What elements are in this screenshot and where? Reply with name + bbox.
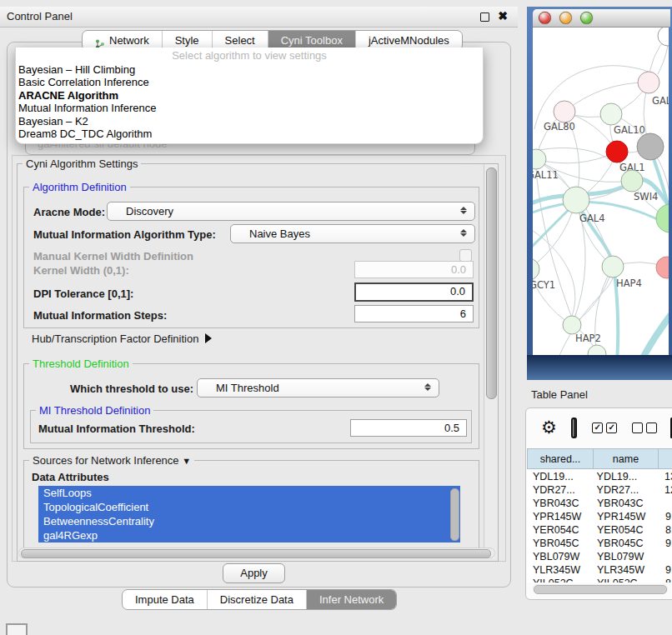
algorithm-popup-list: Bayesian – Hill ClimbingBasic Correlatio… bbox=[16, 63, 483, 140]
minimize-window-icon[interactable] bbox=[559, 12, 572, 24]
column-header-name[interactable]: name bbox=[594, 448, 659, 469]
node-label: GCY1 bbox=[533, 279, 555, 291]
table-horizontal-scrollbar[interactable] bbox=[533, 584, 668, 593]
hub-definition-toggle[interactable]: Hub/Transcription Factor Definition bbox=[32, 332, 212, 345]
network-node-gal80[interactable] bbox=[554, 101, 575, 122]
algorithm-option[interactable]: Bayesian – K2 bbox=[16, 115, 483, 128]
network-window-bottom-frame bbox=[527, 355, 672, 380]
table-cell: YLR345W bbox=[527, 563, 594, 577]
aracne-mode-value: Discovery bbox=[126, 205, 173, 218]
network-edge bbox=[536, 152, 617, 163]
network-node[interactable] bbox=[588, 345, 606, 355]
table-cell: YBR045C bbox=[527, 537, 594, 550]
network-node-swi4[interactable] bbox=[621, 170, 643, 192]
network-node-hap4[interactable] bbox=[602, 256, 624, 278]
cyni-settings-title: Cyni Algorithm Settings bbox=[23, 158, 141, 170]
split-columns-icon[interactable] bbox=[571, 418, 577, 438]
network-node[interactable] bbox=[637, 133, 664, 160]
attribute-list-item[interactable]: SelfLoops bbox=[38, 486, 460, 500]
select-all-columns-icon[interactable]: ✓ ✓ bbox=[592, 422, 617, 433]
settings-vertical-scrollbar[interactable] bbox=[484, 164, 498, 558]
attribute-list-item[interactable]: TopologicalCoefficient bbox=[38, 500, 460, 514]
table-row[interactable]: YDR27...YDR27...12 bbox=[527, 483, 672, 497]
algorithm-option[interactable]: ARACNE Algorithm bbox=[16, 89, 483, 102]
deselect-all-columns-icon[interactable] bbox=[632, 422, 657, 433]
manual-kernel-checkbox[interactable] bbox=[459, 249, 472, 262]
network-node[interactable] bbox=[656, 204, 669, 232]
table-cell bbox=[660, 550, 665, 563]
network-node-y[interactable] bbox=[656, 257, 669, 278]
network-node[interactable] bbox=[658, 28, 669, 46]
table-cell: YBR045C bbox=[594, 537, 660, 550]
stepper-icon bbox=[460, 228, 467, 238]
table-toolbar: ⚙ ✓ ✓ bbox=[526, 408, 672, 447]
algorithm-option[interactable]: Basic Correlation Inference bbox=[16, 76, 483, 88]
table-row[interactable]: YBR045CYBR045C9. bbox=[527, 537, 672, 550]
table-row[interactable]: YBL079WYBL079W bbox=[527, 550, 672, 563]
float-panel-icon[interactable] bbox=[480, 12, 489, 22]
dpi-tolerance-label: DPI Tolerance [0,1]: bbox=[33, 288, 133, 300]
attributes-scrollbar[interactable] bbox=[450, 488, 459, 541]
unchecked-checkbox-icon bbox=[632, 422, 643, 433]
hub-definition-label: Hub/Transcription Factor Definition bbox=[32, 332, 198, 345]
network-node-hap2[interactable] bbox=[563, 316, 581, 334]
node-label: GAL80 bbox=[544, 121, 575, 132]
table-row[interactable]: YBR043CYBR043C bbox=[527, 497, 672, 510]
scrollbar-thumb[interactable] bbox=[21, 549, 491, 558]
table-panel-title: Table Panel bbox=[531, 388, 588, 401]
network-canvas[interactable]: GALGAL80GAL10GAL1GAL11SWI4GAL4GCY1HAP4YH… bbox=[533, 28, 669, 355]
aracne-mode-combo[interactable]: Discovery bbox=[107, 202, 475, 221]
apply-button[interactable]: Apply bbox=[223, 563, 285, 583]
tab-infer-network[interactable]: Infer Network bbox=[306, 590, 396, 609]
table-row[interactable]: YIL052CYIL052C8 bbox=[527, 577, 672, 582]
table-row[interactable]: YLR345WYLR345W9. bbox=[527, 563, 672, 577]
threshold-group-title: Threshold Definition bbox=[29, 358, 133, 370]
scrollbar-thumb[interactable] bbox=[534, 585, 667, 594]
algorithm-option[interactable]: Dream8 DC_TDC Algorithm bbox=[16, 128, 483, 140]
mi-steps-field[interactable]: 6 bbox=[354, 305, 474, 322]
network-view-window: GALGAL80GAL10GAL1GAL11SWI4GAL4GCY1HAP4YH… bbox=[527, 7, 672, 380]
table-cell: YBL079W bbox=[527, 550, 594, 563]
table-row[interactable]: YDL19...YDL19...13 bbox=[527, 470, 672, 483]
network-node-gal10[interactable] bbox=[600, 103, 622, 125]
dpi-tolerance-field[interactable]: 0.0 bbox=[354, 282, 474, 302]
network-node-gal1[interactable] bbox=[606, 141, 628, 162]
network-window-titlebar[interactable] bbox=[533, 9, 670, 28]
table-cell bbox=[660, 497, 665, 510]
table-row[interactable]: YPR145WYPR145W9. bbox=[527, 510, 672, 523]
mi-threshold-field[interactable]: 0.5 bbox=[350, 419, 467, 437]
network-node-gal11[interactable] bbox=[533, 149, 546, 169]
table-cell: 13 bbox=[659, 470, 672, 483]
settings-horizontal-scrollbar[interactable] bbox=[18, 548, 495, 558]
tab-discretize-data[interactable]: Discretize Data bbox=[207, 590, 306, 609]
gear-icon[interactable]: ⚙ bbox=[541, 419, 557, 437]
attribute-list-item[interactable]: gal4RGexp bbox=[38, 528, 460, 542]
data-attributes-list[interactable]: SelfLoopsTopologicalCoefficientBetweenne… bbox=[38, 486, 460, 542]
table-rows: YDL19...YDL19...13YDR27...YDR27...12YBR0… bbox=[527, 470, 672, 582]
close-panel-icon[interactable]: ✖ bbox=[498, 9, 508, 22]
table-cell: 9. bbox=[660, 537, 672, 550]
sources-group-title[interactable]: Sources for Network Inference ▼ bbox=[29, 454, 194, 467]
column-header-shared-name[interactable]: shared... bbox=[527, 448, 594, 469]
network-node-gal[interactable] bbox=[638, 72, 659, 93]
column-header-partial[interactable] bbox=[659, 448, 672, 469]
zoom-window-icon[interactable] bbox=[580, 12, 593, 24]
attribute-list-item[interactable]: BetweennessCentrality bbox=[38, 514, 460, 528]
algorithm-option[interactable]: Mutual Information Inference bbox=[16, 102, 483, 114]
stepper-icon bbox=[424, 382, 431, 392]
scrollbar-thumb[interactable] bbox=[486, 168, 497, 399]
table-cell: YDL19... bbox=[594, 470, 660, 483]
algorithm-option[interactable]: Bayesian – Hill Climbing bbox=[16, 63, 483, 76]
network-node-gal4[interactable] bbox=[563, 187, 589, 213]
kernel-width-field[interactable]: 0.0 bbox=[354, 261, 474, 278]
tab-impute-data[interactable]: Impute Data bbox=[123, 590, 207, 609]
mi-type-combo[interactable]: Naive Bayes bbox=[230, 224, 475, 243]
panel-grip-icon[interactable] bbox=[6, 623, 28, 635]
table-panel: ⚙ ✓ ✓ shared... name YDL19...YDL19...13Y… bbox=[525, 408, 672, 600]
table-row[interactable]: YER054CYER054C8. bbox=[527, 523, 672, 537]
data-attributes-label: Data Attributes bbox=[32, 471, 109, 483]
close-window-icon[interactable] bbox=[539, 12, 551, 24]
cyni-bottom-tabs: Impute Data Discretize Data Infer Networ… bbox=[122, 589, 397, 610]
which-threshold-combo[interactable]: MI Threshold bbox=[197, 378, 439, 398]
table-cell: YBL079W bbox=[594, 550, 660, 563]
